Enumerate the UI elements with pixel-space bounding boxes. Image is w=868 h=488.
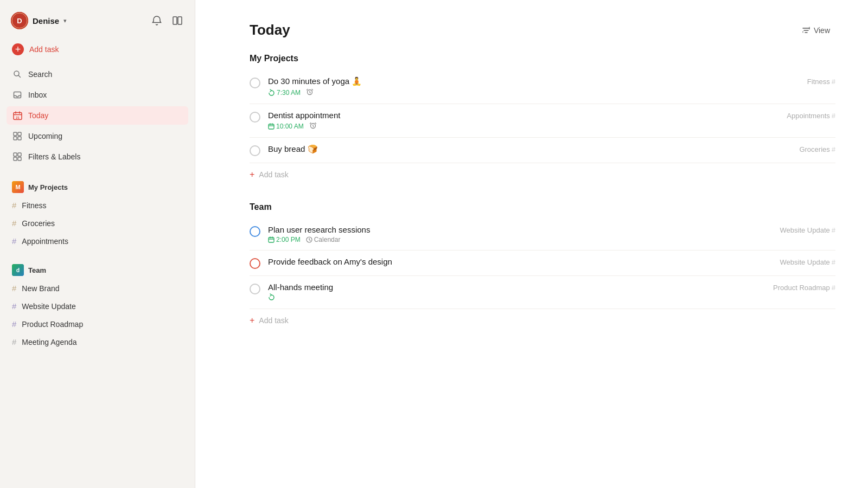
website-update-label: Website Update	[22, 302, 75, 311]
task-item-user-research: Plan user research sessions 2:00 PM	[250, 219, 835, 251]
svg-rect-10	[18, 132, 21, 136]
add-task-plus-icon-projects: +	[250, 170, 254, 179]
svg-text:d: d	[16, 267, 20, 273]
calendar-today-icon: 21	[12, 110, 23, 121]
hash-label-bread: #	[832, 145, 835, 153]
task-checkbox-yoga[interactable]	[250, 78, 260, 88]
sidebar-item-inbox[interactable]: Inbox	[7, 86, 188, 104]
hash-label-feedback: #	[832, 258, 835, 266]
task-time-yoga: 7:30 AM	[268, 89, 301, 97]
calendar-label-research: Calendar	[306, 236, 341, 243]
alarm-icon-dentist	[309, 121, 317, 131]
inbox-icon	[12, 89, 23, 100]
svg-rect-12	[18, 137, 21, 140]
sidebar-item-meeting-agenda[interactable]: # Meeting Agenda	[7, 334, 188, 350]
sidebar-item-today-label: Today	[28, 111, 48, 120]
my-projects-section-header[interactable]: M My Projects	[7, 177, 188, 195]
add-task-plus-icon: +	[12, 43, 24, 55]
alarm-icon-yoga	[306, 88, 314, 97]
sidebar-item-filters-label: Filters & Labels	[28, 152, 80, 161]
task-label-feedback[interactable]: Website Update #	[780, 258, 836, 266]
task-content-user-research: Plan user research sessions 2:00 PM	[268, 225, 835, 243]
my-projects-label: My Projects	[28, 183, 68, 191]
task-name-user-research: Plan user research sessions	[268, 225, 835, 234]
task-checkbox-feedback[interactable]	[250, 258, 260, 269]
calendar-icon-dentist	[268, 123, 275, 130]
upcoming-icon	[12, 131, 23, 142]
task-name-all-hands: All-hands meeting	[268, 282, 835, 292]
layout-icon	[172, 15, 183, 26]
task-checkbox-bread[interactable]	[250, 145, 260, 156]
svg-rect-15	[14, 157, 17, 160]
hash-icon-new-brand: #	[12, 284, 16, 293]
view-button-label: View	[814, 26, 830, 35]
add-task-label-projects: Add task	[259, 170, 288, 179]
svg-rect-22	[269, 124, 274, 129]
task-label-dentist[interactable]: Appointments #	[787, 112, 835, 120]
task-item-yoga: Do 30 minutes of yoga 🧘 7:30 AM	[250, 70, 835, 104]
sidebar-item-today[interactable]: 21 Today	[7, 106, 188, 125]
add-task-my-projects[interactable]: + Add task	[250, 163, 835, 183]
sidebar-item-product-roadmap[interactable]: # Product Roadmap	[7, 316, 188, 332]
task-content-dentist: Dentist appointment 10:00 AM	[268, 111, 835, 131]
add-task-label-team: Add task	[259, 316, 288, 325]
user-profile[interactable]: D Denise ▾	[11, 12, 67, 29]
my-projects-avatar: M	[12, 181, 24, 193]
user-name: Denise	[33, 16, 59, 25]
sidebar-item-new-brand[interactable]: # New Brand	[7, 280, 188, 296]
task-label-bread[interactable]: Groceries #	[799, 145, 835, 153]
main-content: Today View My Projects Do 30 minutes of …	[195, 0, 868, 488]
my-projects-content-section: My Projects Do 30 minutes of yoga 🧘 7:30…	[250, 54, 835, 183]
hash-label-research: #	[832, 226, 835, 234]
hash-icon-website-update: #	[12, 301, 16, 311]
svg-rect-11	[14, 137, 17, 140]
hash-icon-groceries: #	[12, 219, 16, 228]
add-task-team[interactable]: + Add task	[250, 309, 835, 329]
notifications-button[interactable]	[150, 14, 163, 27]
sidebar-item-search-label: Search	[28, 70, 52, 79]
svg-rect-13	[14, 153, 17, 156]
add-task-button[interactable]: + Add task	[7, 39, 188, 60]
sidebar-header: D Denise ▾	[7, 9, 188, 37]
sidebar-item-fitness[interactable]: # Fitness	[7, 197, 188, 213]
sidebar-item-appointments[interactable]: # Appointments	[7, 233, 188, 249]
add-task-label: Add task	[29, 45, 59, 54]
groceries-label: Groceries	[22, 219, 55, 228]
sidebar-item-filters[interactable]: Filters & Labels	[7, 147, 188, 166]
header-icons	[150, 14, 184, 27]
add-task-plus-icon-team: +	[250, 316, 254, 325]
task-checkbox-dentist[interactable]	[250, 112, 260, 123]
new-brand-label: New Brand	[22, 284, 59, 293]
sidebar-item-groceries[interactable]: # Groceries	[7, 215, 188, 231]
layout-toggle-button[interactable]	[171, 14, 184, 27]
task-content-yoga: Do 30 minutes of yoga 🧘 7:30 AM	[268, 76, 835, 97]
sidebar-item-search[interactable]: Search	[7, 65, 188, 84]
view-button[interactable]: View	[796, 23, 835, 38]
task-name-dentist: Dentist appointment	[268, 111, 835, 120]
sidebar-item-website-update[interactable]: # Website Update	[7, 298, 188, 314]
sidebar-item-upcoming[interactable]: Upcoming	[7, 127, 188, 145]
task-label-user-research[interactable]: Website Update #	[780, 226, 836, 234]
task-content-bread: Buy bread 🍞	[268, 144, 835, 156]
team-label: Team	[28, 266, 46, 274]
task-label-all-hands[interactable]: Product Roadmap #	[773, 284, 835, 292]
calendar-icon-research	[268, 236, 275, 243]
page-title: Today	[250, 22, 290, 38]
svg-text:21: 21	[16, 116, 20, 119]
bell-icon	[151, 15, 162, 26]
svg-rect-9	[14, 132, 17, 136]
hash-label-yoga: #	[832, 78, 835, 86]
filters-icon	[12, 151, 23, 162]
svg-rect-16	[18, 157, 21, 160]
task-name-bread: Buy bread 🍞	[268, 144, 835, 154]
task-time-dentist: 10:00 AM	[268, 123, 304, 130]
task-item-bread: Buy bread 🍞 Groceries #	[250, 138, 835, 163]
task-checkbox-user-research[interactable]	[250, 226, 260, 237]
task-label-yoga[interactable]: Fitness #	[807, 78, 835, 86]
task-meta-user-research: 2:00 PM Calendar	[268, 236, 835, 243]
view-filter-icon	[802, 26, 810, 35]
task-checkbox-all-hands[interactable]	[250, 284, 260, 294]
search-icon	[12, 69, 23, 80]
team-section-header[interactable]: d Team	[7, 260, 188, 278]
recycle-icon	[268, 89, 275, 96]
